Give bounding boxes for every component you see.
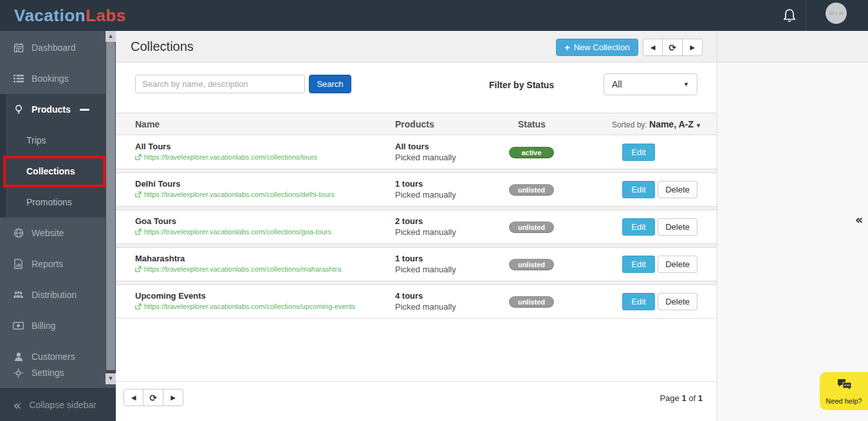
refresh-button[interactable]: ⟳ — [143, 389, 163, 406]
new-collection-button[interactable]: + New Collection — [556, 39, 638, 56]
logo-part-labs: Labs — [86, 6, 126, 25]
list-icon — [13, 74, 24, 83]
table-header-row: Name Products Status Sorted by: Name, A-… — [116, 113, 717, 135]
external-link-icon — [135, 229, 142, 235]
search-input[interactable] — [135, 75, 305, 93]
collapse-minus-icon[interactable] — [80, 109, 89, 111]
notifications-bell-icon[interactable] — [782, 8, 799, 24]
edit-button[interactable]: Edit — [622, 256, 655, 273]
double-chevron-left-icon: « — [13, 397, 21, 413]
collections-table-body: All Tours https://travelexplorer.vacatio… — [116, 136, 717, 319]
sidebar-label-promotions: Promotions — [26, 197, 72, 207]
top-pagination-group: ◀ ⟳ ▶ — [643, 39, 703, 56]
right-side-panel — [717, 31, 868, 421]
vacationlabs-logo[interactable]: VacationLabs — [14, 0, 126, 31]
sidebar-label-distribution: Distribution — [32, 290, 77, 300]
products-count: 2 tours — [395, 216, 423, 226]
collection-url-link[interactable]: https://travelexplorer.vacationlabs.com/… — [135, 265, 341, 273]
delete-button[interactable]: Delete — [658, 256, 697, 273]
sidebar-item-website[interactable]: Website — [0, 218, 116, 248]
search-button[interactable]: Search — [309, 75, 351, 93]
scrollbar-up-arrow[interactable]: ▲ — [106, 31, 116, 42]
delete-button[interactable]: Delete — [658, 218, 697, 236]
status-badge: unlisted — [509, 296, 554, 308]
collection-url-link[interactable]: https://travelexplorer.vacationlabs.com/… — [135, 191, 335, 198]
external-link-icon — [135, 191, 142, 198]
user-avatar[interactable]: 30 x 30 — [826, 3, 847, 24]
sidebar-item-reports[interactable]: Reports — [0, 248, 116, 279]
collection-url-text: https://travelexplorer.vacationlabs.com/… — [144, 191, 335, 198]
logo-part-vacation: Vacation — [14, 6, 86, 25]
filter-by-status-label: Filter by Status — [489, 80, 554, 90]
edit-button[interactable]: Edit — [622, 144, 655, 161]
external-link-icon — [135, 154, 142, 160]
next-page-button[interactable]: ▶ — [683, 39, 703, 56]
report-icon — [13, 259, 24, 269]
collection-name: Upcoming Events — [135, 291, 206, 301]
refresh-button[interactable]: ⟳ — [663, 39, 683, 56]
main-content: Collections + New Collection ◀ ⟳ ▶ Searc… — [116, 31, 717, 421]
sidebar-label-settings: Settings — [32, 368, 64, 378]
sorted-by-value: Name, A-Z — [649, 119, 694, 129]
status-filter-dropdown[interactable]: All ▼ — [604, 73, 697, 95]
current-page-number: 1 — [681, 393, 686, 403]
billing-icon — [13, 322, 24, 330]
sidebar-item-collections[interactable]: Collections — [0, 156, 116, 187]
collection-url-link[interactable]: https://travelexplorer.vacationlabs.com/… — [135, 153, 317, 161]
delete-button[interactable]: Delete — [658, 181, 697, 198]
picked-mode: Picked manually — [395, 153, 456, 162]
need-help-button[interactable]: Need help? — [820, 372, 868, 410]
gear-icon — [13, 368, 24, 378]
sidebar-label-bookings: Bookings — [32, 73, 69, 84]
status-badge: unlisted — [509, 259, 554, 270]
sidebar-item-billing[interactable]: Billing — [0, 310, 116, 341]
table-row: Goa Tours https://travelexplorer.vacatio… — [116, 210, 717, 244]
collection-url-link[interactable]: https://travelexplorer.vacationlabs.com/… — [135, 228, 331, 236]
prev-page-button[interactable]: ◀ — [643, 39, 663, 56]
collection-name: All Tours — [135, 142, 171, 151]
scrollbar-down-arrow[interactable]: ▼ — [106, 373, 116, 384]
sidebar-label-billing: Billing — [32, 321, 55, 331]
delete-button[interactable]: Delete — [658, 293, 697, 310]
products-count: All tours — [395, 142, 429, 151]
panel-collapse-chevron-icon[interactable]: « — [855, 212, 863, 227]
avatar-placeholder-text: 30 x 30 — [829, 11, 844, 15]
external-link-icon — [135, 266, 142, 272]
sidebar-item-products[interactable]: Products — [0, 94, 116, 125]
collection-url-text: https://travelexplorer.vacationlabs.com/… — [144, 153, 317, 161]
sidebar-item-trips[interactable]: Trips — [0, 125, 116, 156]
status-filter-value: All — [612, 79, 622, 89]
picked-mode: Picked manually — [395, 265, 456, 274]
sidebar-item-bookings[interactable]: Bookings — [0, 63, 116, 94]
sidebar-label-products: Products — [32, 104, 71, 115]
top-header: VacationLabs 30 x 30 — [0, 0, 868, 31]
footer-divider — [116, 381, 717, 382]
next-page-button[interactable]: ▶ — [163, 389, 183, 406]
scrollbar-thumb[interactable] — [106, 42, 115, 370]
sidebar-item-promotions[interactable]: Promotions — [0, 187, 116, 218]
bottom-pagination-group: ◀ ⟳ ▶ — [124, 389, 183, 406]
sidebar-scrollbar[interactable]: ▲ ▼ — [106, 31, 116, 384]
edit-button[interactable]: Edit — [622, 293, 655, 310]
collection-url-text: https://travelexplorer.vacationlabs.com/… — [144, 303, 355, 310]
sidebar-item-distribution[interactable]: Distribution — [0, 279, 116, 310]
need-help-label: Need help? — [820, 397, 868, 405]
sidebar-item-dashboard[interactable]: Dashboard — [0, 32, 116, 63]
edit-button[interactable]: Edit — [622, 218, 655, 236]
sidebar-item-settings-clipped[interactable]: Settings — [0, 357, 116, 388]
prev-page-button[interactable]: ◀ — [124, 389, 143, 406]
edit-button[interactable]: Edit — [622, 181, 655, 198]
status-badge: unlisted — [509, 221, 554, 233]
sorted-by-prefix: Sorted by: — [612, 120, 647, 129]
sorted-by-control[interactable]: Sorted by: Name, A-Z ▼ — [612, 119, 701, 129]
column-header-name: Name — [135, 119, 160, 129]
status-badge: unlisted — [509, 184, 554, 196]
collapse-sidebar-button[interactable]: « Collapse sidebar — [0, 388, 116, 421]
caret-down-icon: ▼ — [683, 74, 689, 95]
sidebar-label-collections: Collections — [26, 166, 75, 176]
collection-url-link[interactable]: https://travelexplorer.vacationlabs.com/… — [135, 303, 355, 310]
collection-name: Goa Tours — [135, 216, 176, 226]
picked-mode: Picked manually — [395, 227, 456, 237]
collection-name: Delhi Tours — [135, 179, 181, 189]
collection-name: Maharashtra — [135, 254, 185, 263]
